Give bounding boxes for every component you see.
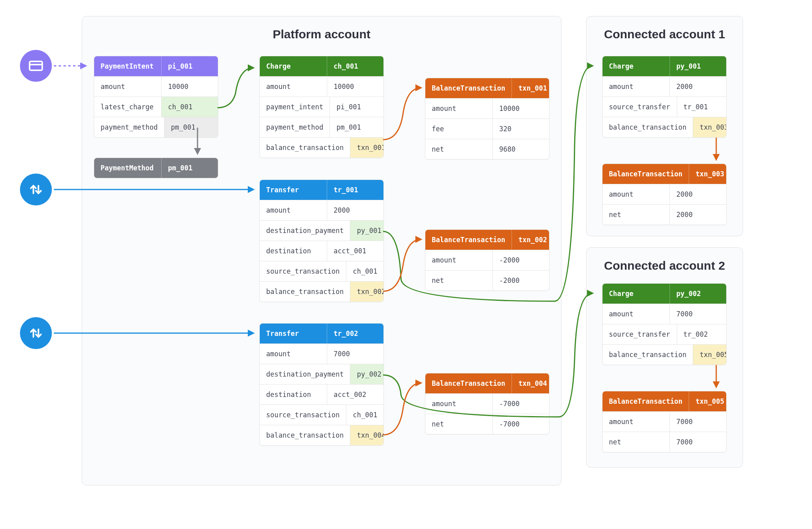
object-row: balance_transactiontxn_001 [260,137,383,158]
row-value: txn_001 [350,138,384,158]
balance-transaction-object: BalanceTransactiontxn_003amount2000net20… [602,164,727,225]
row-value: txn_002 [350,282,384,302]
row-key: amount [603,412,670,432]
row-key: fee [425,119,492,139]
object-type-label: PaymentIntent [94,56,161,76]
object-row: net2000 [603,204,726,225]
object-id: txn_005 [689,391,727,411]
panel-title: Platform account [82,28,561,41]
object-type-label: PaymentMethod [94,158,161,178]
object-type-label: Transfer [260,324,327,343]
row-value: 2000 [670,184,726,204]
row-value: 2000 [327,200,383,220]
row-value: 7000 [670,432,726,452]
row-key: balance_transaction [260,138,350,158]
row-key: amount [603,304,670,324]
row-key: balance_transaction [260,282,350,302]
transfer-icon [20,317,52,349]
row-value: 7000 [670,412,726,432]
object-row: amount7000 [603,411,726,432]
row-value: 2000 [670,77,726,97]
object-row: fee320 [425,118,549,139]
row-key: payment_method [260,117,330,137]
object-row: amount2000 [603,184,726,204]
object-id: tr_001 [327,180,383,200]
row-key: net [603,205,670,225]
object-row: balance_transactiontxn_004 [260,425,383,445]
row-key: destination [260,241,327,261]
row-key: net [425,139,492,159]
charge-object: Chargepy_002amount7000source_transfertr_… [602,283,727,365]
row-value: 10000 [327,77,383,97]
object-row: payment_intentpi_001 [260,97,383,117]
object-id: pi_001 [161,56,218,76]
object-row: amount10000 [425,98,549,118]
row-value: 320 [492,119,549,139]
transfer-icon [20,174,52,205]
object-row: payment_methodpm_001 [94,117,218,137]
row-value: pm_001 [164,117,218,137]
row-value: pm_001 [330,117,383,137]
row-key: amount [260,200,327,220]
object-row: amount7000 [260,343,383,364]
row-value: 9680 [492,139,549,159]
object-row: amount2000 [603,76,726,97]
object-type-label: BalanceTransaction [603,164,689,184]
row-value: txn_005 [693,345,727,365]
object-row: net9680 [425,139,549,159]
object-row: payment_methodpm_001 [260,117,383,137]
payment-intent-object: PaymentIntentpi_001amount10000latest_cha… [94,56,218,138]
card-icon [20,50,52,82]
payment-method-object: PaymentMethodpm_001 [94,158,218,178]
row-value: 10000 [492,99,549,118]
object-type-label: BalanceTransaction [425,230,512,250]
row-key: source_transaction [260,405,346,425]
row-key: net [425,414,492,434]
row-value: txn_004 [350,425,384,445]
object-id: pm_001 [161,158,218,178]
row-value: ch_001 [346,261,383,281]
object-id: txn_003 [689,164,727,184]
object-id: py_002 [670,284,726,304]
object-type-label: BalanceTransaction [425,78,512,98]
svg-rect-0 [30,61,42,70]
row-key: amount [425,250,492,270]
row-key: source_transaction [260,261,346,281]
row-key: amount [260,77,327,97]
object-row: balance_transactiontxn_002 [260,281,383,302]
object-type-label: Transfer [260,180,327,200]
row-value: tr_002 [677,324,726,344]
object-row: source_transfertr_001 [603,97,726,117]
row-key: destination_payment [260,364,350,384]
object-row: source_transactionch_001 [260,405,383,425]
charge-object: Chargech_001amount10000payment_intentpi_… [259,56,384,158]
object-id: ch_001 [327,56,383,76]
row-value: 2000 [670,205,726,225]
row-key: destination [260,385,327,405]
row-key: amount [425,99,492,118]
row-key: source_transfer [603,324,677,344]
object-row: amount10000 [260,76,383,97]
balance-transaction-object: BalanceTransactiontxn_001amount10000fee3… [425,78,549,160]
row-key: net [425,270,492,290]
row-key: destination_payment [260,221,350,241]
object-row: amount7000 [603,304,726,324]
row-value: -2000 [492,270,549,290]
row-value: ch_001 [161,97,218,117]
row-key: amount [603,77,670,97]
row-value: -7000 [492,394,549,414]
row-key: net [603,432,670,452]
balance-transaction-object: BalanceTransactiontxn_005amount7000net70… [602,391,727,452]
object-row: latest_chargech_001 [94,97,218,117]
row-value: py_002 [350,364,384,384]
row-key: payment_intent [260,97,330,117]
object-type-label: Charge [603,284,670,304]
object-type-label: Charge [260,56,327,76]
object-type-label: BalanceTransaction [425,373,512,393]
row-key: balance_transaction [260,425,350,445]
object-row: net-2000 [425,270,549,290]
row-key: balance_transaction [603,345,693,365]
row-key: amount [603,184,670,204]
row-value: 7000 [670,304,726,324]
object-row: amount-2000 [425,250,549,270]
